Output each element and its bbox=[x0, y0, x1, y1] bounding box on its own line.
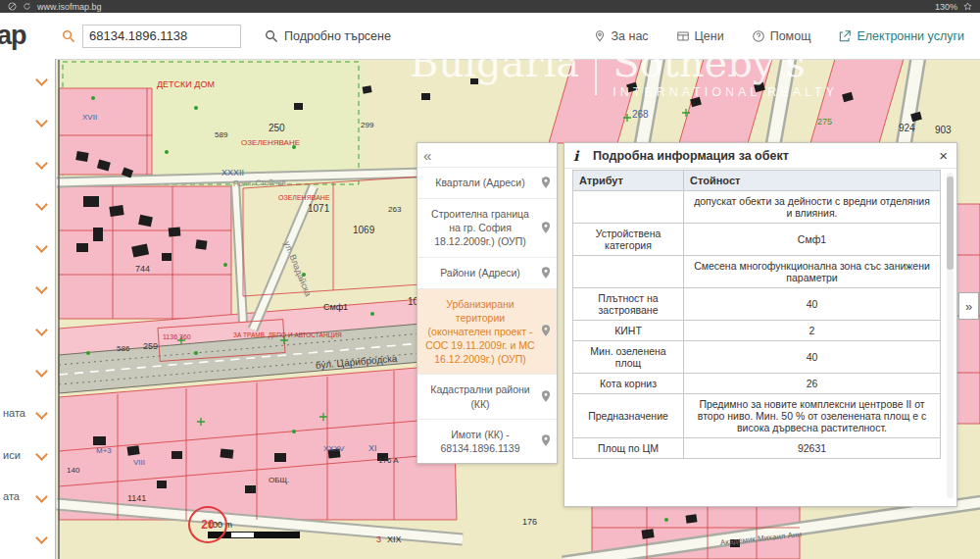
sidebar-item-label: иси bbox=[3, 449, 33, 461]
value-cell: Предимно за новите комплексни центрове I… bbox=[684, 394, 941, 438]
layer-item[interactable]: Кадастрални райони (КК) bbox=[417, 374, 557, 418]
value-cell: 26 bbox=[684, 374, 941, 394]
table-row: Мин. озеленена площ40 bbox=[573, 341, 941, 374]
site-logo[interactable]: ap bbox=[0, 21, 38, 51]
sidebar-item-label: ната bbox=[3, 407, 33, 419]
table-row: допускат обекти за дейности с вредни отд… bbox=[573, 191, 941, 224]
layer-item[interactable]: Райони (Адреси) bbox=[417, 257, 557, 288]
table-header-cell: Атрибут bbox=[573, 171, 684, 191]
zoom-to-layer-icon[interactable] bbox=[539, 324, 554, 338]
nav-eservices-label: Електронни услуги bbox=[857, 29, 964, 43]
layer-item-label: Имоти (КК) - 68134.1896.1139 bbox=[424, 428, 536, 455]
blocked-icon bbox=[8, 2, 17, 11]
external-link-icon bbox=[838, 29, 852, 43]
chevron-down-icon bbox=[35, 532, 48, 544]
sidebar-item[interactable] bbox=[0, 351, 55, 393]
value-cell: 92631 bbox=[684, 438, 941, 459]
attribute-cell: Предназначение bbox=[573, 394, 684, 438]
chevron-down-icon bbox=[35, 365, 48, 378]
layer-item-label: Урбанизирани територии (окончателен прое… bbox=[424, 297, 536, 367]
sidebar-item[interactable] bbox=[0, 518, 55, 559]
attribute-cell bbox=[573, 191, 684, 224]
table-row: Кота корниз26 bbox=[573, 374, 941, 394]
left-sidebar: натаисиата bbox=[0, 59, 56, 559]
map-workspace: ДЕТСКИ ДОМ589250ОЗЕЛЕНЯВАНЕ299XXXIIПолк.… bbox=[0, 59, 980, 559]
zoom-to-layer-icon[interactable] bbox=[539, 221, 554, 235]
sidebar-item[interactable]: ната bbox=[0, 392, 55, 434]
info-table-wrapper: АтрибутСтойност допускат обекти за дейно… bbox=[572, 170, 941, 502]
table-row: КИНТ2 bbox=[573, 321, 941, 341]
table-row: Плътност на застрояване40 bbox=[573, 288, 941, 321]
info-panel-title: Подробна информация за обект bbox=[593, 149, 789, 163]
table-header-cell: Стойност bbox=[684, 171, 941, 191]
attribute-cell: Устройствена категория bbox=[573, 224, 684, 256]
nav-prices[interactable]: Цени bbox=[676, 29, 724, 43]
value-cell: допускат обекти за дейности с вредни отд… bbox=[684, 191, 941, 224]
attribute-cell: Плътност на застрояване bbox=[573, 288, 684, 321]
detailed-search-label: Подробно търсене bbox=[284, 29, 391, 43]
info-scrollbar[interactable] bbox=[947, 173, 954, 498]
layer-item-label: Строителна граница на гр. София 18.12.20… bbox=[424, 207, 536, 249]
nav-about[interactable]: За нас bbox=[593, 29, 649, 43]
close-icon[interactable]: × bbox=[939, 148, 948, 163]
sidebar-item[interactable] bbox=[0, 309, 55, 351]
bookmark-star-icon[interactable] bbox=[963, 2, 972, 11]
detailed-search[interactable]: Подробно търсене bbox=[265, 29, 391, 43]
nav-prices-label: Цени bbox=[695, 29, 724, 43]
collapse-panel-icon[interactable]: « bbox=[423, 148, 431, 163]
chevron-down-icon bbox=[35, 324, 48, 336]
nav-eservices[interactable]: Електронни услуги bbox=[838, 29, 964, 43]
measure-circle-label: 20 bbox=[201, 518, 214, 532]
value-cell: Смесена многофункционална зона със заниж… bbox=[684, 256, 941, 288]
sidebar-item[interactable]: ата bbox=[0, 476, 55, 518]
layer-item-label: Райони (Адреси) bbox=[424, 266, 536, 280]
map-measure-circle: 20 bbox=[188, 506, 227, 543]
search-icon bbox=[62, 29, 75, 43]
sidebar-item[interactable]: иси bbox=[0, 434, 55, 477]
scrollbar-thumb[interactable] bbox=[947, 177, 954, 270]
layer-item[interactable]: Строителна граница на гр. София 18.12.20… bbox=[417, 198, 557, 257]
chevron-down-icon bbox=[35, 407, 48, 420]
chevron-down-icon bbox=[35, 198, 48, 211]
sidebar-item-label: ата bbox=[3, 490, 33, 502]
layer-item[interactable]: Квартали (Адреси) bbox=[417, 167, 557, 198]
zoom-to-layer-icon[interactable] bbox=[539, 176, 554, 190]
sidebar-item[interactable] bbox=[0, 226, 55, 268]
attributes-table: АтрибутСтойност допускат обекти за дейно… bbox=[572, 170, 941, 459]
value-cell: 2 bbox=[684, 321, 941, 341]
value-cell: 40 bbox=[684, 341, 941, 374]
chevron-down-icon bbox=[35, 281, 48, 294]
layer-item-label: Кадастрални райони (КК) bbox=[424, 382, 536, 410]
sidebar-item[interactable] bbox=[0, 101, 55, 143]
attribute-cell: КИНТ bbox=[573, 321, 684, 341]
layer-item-label: Квартали (Адреси) bbox=[424, 176, 536, 189]
refresh-icon[interactable] bbox=[23, 2, 31, 11]
sidebar-item[interactable] bbox=[0, 59, 55, 101]
chevron-down-icon bbox=[35, 115, 48, 127]
zoom-to-layer-icon[interactable] bbox=[539, 433, 554, 448]
pin-icon bbox=[593, 29, 607, 43]
url-text[interactable]: www.isofmap.bg bbox=[37, 2, 102, 12]
table-row: Устройствена категорияСмф1 bbox=[573, 224, 941, 256]
sidebar-item[interactable] bbox=[0, 268, 55, 310]
price-table-icon bbox=[676, 29, 690, 43]
expand-panel-button[interactable]: » bbox=[958, 292, 979, 320]
nav-help[interactable]: Помощ bbox=[752, 29, 811, 43]
sidebar-item[interactable] bbox=[0, 184, 55, 227]
zoom-to-layer-icon[interactable] bbox=[539, 389, 554, 404]
chevron-down-icon bbox=[35, 490, 48, 503]
layer-item[interactable]: Урбанизирани територии (окончателен прое… bbox=[417, 288, 557, 375]
table-row: Смесена многофункционална зона със заниж… bbox=[573, 256, 941, 288]
attribute-cell: Кота корниз bbox=[573, 374, 684, 394]
zoom-to-layer-icon[interactable] bbox=[539, 266, 554, 280]
value-cell: 40 bbox=[684, 288, 941, 321]
header-links: За нас Цени Помощ Електронни услуги bbox=[593, 29, 965, 43]
value-cell: Смф1 bbox=[684, 224, 941, 256]
search-input[interactable] bbox=[82, 25, 241, 48]
info-icon: i bbox=[573, 148, 587, 164]
layer-item[interactable]: Имоти (КК) - 68134.1896.1139 bbox=[417, 419, 557, 463]
info-panel-header: i Подробна информация за обект × bbox=[564, 143, 956, 169]
nav-about-label: За нас bbox=[612, 29, 649, 43]
sidebar-item[interactable] bbox=[0, 142, 55, 184]
table-row: Площ по ЦМ92631 bbox=[573, 438, 941, 459]
